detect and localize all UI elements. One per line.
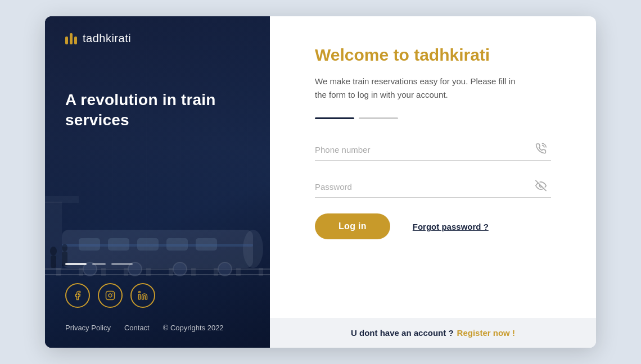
left-top: tadhkirati A revolution in train service… <box>65 32 250 131</box>
svg-rect-2 <box>56 268 61 276</box>
welcome-title: Welcome to tadhkirati <box>315 46 551 65</box>
right-main: Welcome to tadhkirati We make train rese… <box>270 16 596 318</box>
logo-bar-1 <box>65 37 68 44</box>
svg-rect-32 <box>139 294 141 299</box>
no-account-text: U dont have an account ? <box>351 328 454 338</box>
svg-rect-25 <box>45 196 79 203</box>
right-footer: U dont have an account ? Register now ! <box>270 318 596 348</box>
phone-field-group <box>315 139 551 161</box>
dot-1 <box>65 263 87 265</box>
logo-text: tadhkirati <box>83 32 131 45</box>
password-field-group <box>315 176 551 198</box>
instagram-icon[interactable] <box>98 283 123 308</box>
logo-area: tadhkirati <box>65 32 250 45</box>
right-panel: Welcome to tadhkirati We make train rese… <box>270 16 596 348</box>
register-link[interactable]: Register now ! <box>457 328 515 338</box>
linkedin-icon[interactable] <box>130 283 155 308</box>
password-input[interactable] <box>315 176 551 198</box>
brand-name: tadhkirati <box>414 46 490 64</box>
left-bottom: Privacy Policy Contact © Copyrights 2022 <box>65 263 250 332</box>
privacy-link[interactable]: Privacy Policy <box>65 324 111 332</box>
logo-bars <box>65 33 77 44</box>
left-panel: tadhkirati A revolution in train service… <box>45 16 270 348</box>
tab-line-inactive[interactable] <box>359 117 398 119</box>
welcome-desc: We make train reservations easy for you.… <box>315 75 529 102</box>
progress-dots <box>65 263 250 265</box>
svg-rect-19 <box>62 244 253 247</box>
svg-point-33 <box>139 292 141 293</box>
dot-3 <box>111 263 133 265</box>
svg-point-28 <box>62 244 67 252</box>
tagline: A revolution in train services <box>65 90 250 131</box>
svg-rect-11 <box>259 268 263 276</box>
forgot-password-link[interactable]: Forgot password ? <box>413 222 489 231</box>
login-button[interactable]: Log in <box>315 213 390 239</box>
logo-bar-3 <box>74 37 77 44</box>
svg-rect-27 <box>51 256 56 268</box>
dot-2 <box>92 263 106 265</box>
phone-input[interactable] <box>315 139 551 161</box>
svg-point-26 <box>50 247 57 256</box>
svg-rect-30 <box>106 292 115 300</box>
contact-link[interactable]: Contact <box>124 324 150 332</box>
left-footer: Privacy Policy Contact © Copyrights 2022 <box>65 324 250 332</box>
copyright-text: © Copyrights 2022 <box>163 324 224 332</box>
welcome-text: Welcome to <box>315 46 414 64</box>
tab-line-active[interactable] <box>315 117 354 119</box>
facebook-icon[interactable] <box>65 283 90 308</box>
tab-underlines <box>315 117 551 119</box>
svg-point-13 <box>243 230 263 268</box>
logo-bar-2 <box>70 33 73 44</box>
login-form: Log in Forgot password ? <box>315 139 551 239</box>
train-illustration <box>45 157 270 280</box>
main-card: tadhkirati A revolution in train service… <box>45 16 596 348</box>
social-icons <box>65 283 250 308</box>
form-actions: Log in Forgot password ? <box>315 213 551 239</box>
